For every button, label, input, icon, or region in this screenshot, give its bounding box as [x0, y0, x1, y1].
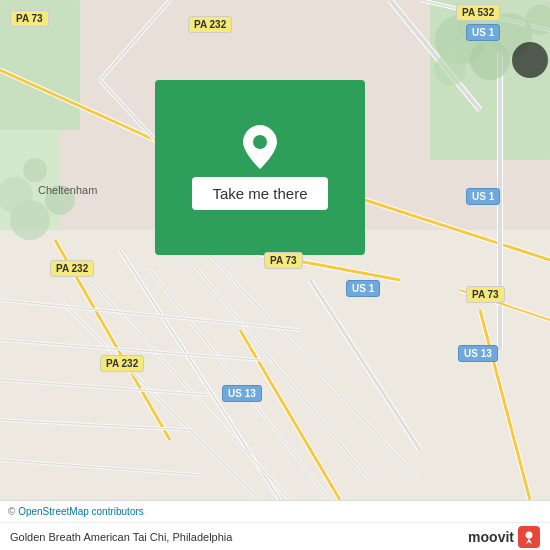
moovit-logo: moovit	[468, 526, 540, 548]
road-label-us1-lower: US 1	[346, 280, 380, 297]
location-label: Golden Breath American Tai Chi, Philadel…	[10, 531, 232, 543]
road-label-pa73-bot: PA 73	[466, 286, 505, 303]
take-me-there-button[interactable]: Take me there	[192, 177, 327, 210]
svg-point-62	[434, 54, 466, 86]
map-container: Take me there PA 232 PA 73 PA 532 US 1 U…	[0, 0, 550, 500]
svg-point-66	[526, 531, 533, 538]
attribution-copyright: ©	[8, 506, 18, 517]
road-label-us1-top: US 1	[466, 24, 500, 41]
destination-highlight: Take me there	[155, 80, 365, 255]
svg-point-56	[23, 158, 47, 182]
moovit-icon	[518, 526, 540, 548]
road-label-pa73-mid: PA 73	[264, 252, 303, 269]
attribution-link[interactable]: OpenStreetMap contributors	[18, 506, 144, 517]
road-label-pa232-bot: PA 232	[100, 355, 144, 372]
cheltenham-label: Cheltenham	[38, 184, 97, 196]
road-label-pa232-top: PA 232	[188, 16, 232, 33]
footer: Golden Breath American Tai Chi, Philadel…	[0, 522, 550, 550]
road-label-us1-mid: US 1	[466, 188, 500, 205]
attribution-bar: © OpenStreetMap contributors	[0, 500, 550, 522]
location-pin-icon	[242, 125, 278, 169]
svg-point-64	[253, 135, 267, 149]
road-label-us13-right: US 13	[458, 345, 498, 362]
road-label-pa232-mid: PA 232	[50, 260, 94, 277]
road-label-us13-bot: US 13	[222, 385, 262, 402]
road-label-pa532: PA 532	[456, 4, 500, 21]
moovit-text: moovit	[468, 529, 514, 545]
road-label-pa73-top: PA 73	[10, 10, 49, 27]
svg-point-61	[512, 42, 548, 78]
